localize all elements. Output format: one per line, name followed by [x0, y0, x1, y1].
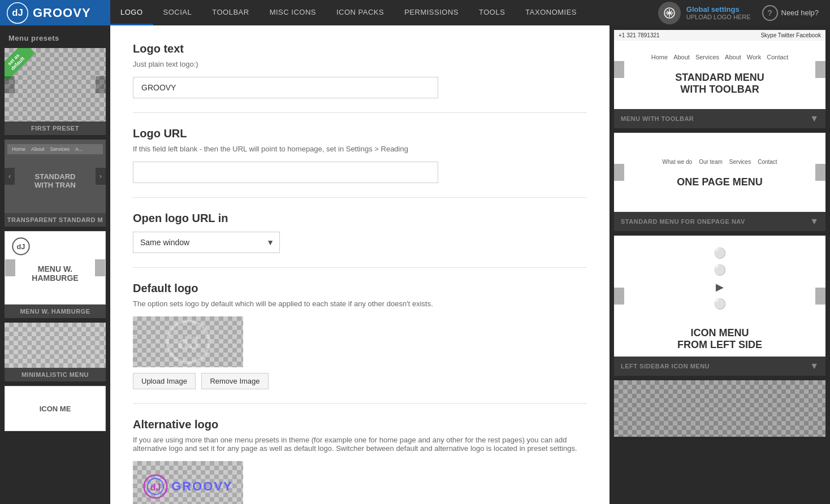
global-settings[interactable]: Global settings UPLOAD LOGO HERE	[658, 2, 751, 24]
onepage-nav-items: What we doOur teamServicesContact	[662, 151, 777, 165]
preset-thumb-minimalistic	[5, 323, 106, 368]
preset-card-minimalistic[interactable]: MINIMALISTIC MENU	[5, 323, 106, 381]
global-settings-text: Global settings UPLOAD LOGO HERE	[686, 5, 751, 20]
logo-text-section: Logo text Just plain text logo:)	[133, 42, 587, 98]
alt-logo-preview: dJ GROOVY	[133, 461, 243, 504]
open-logo-url-select-wrap: Same window New window ▼	[133, 232, 280, 253]
toolbar-menu-text: STANDARD MENUWITH TOOLBAR	[669, 60, 770, 101]
preset-label-first: FIRST PRESET	[5, 121, 106, 135]
logo-url-title: Logo URL	[133, 127, 587, 140]
default-logo-buttons: Upload Image Remove Image	[133, 373, 587, 389]
alt-logo-icon: dJ	[143, 474, 168, 499]
groovy-logo-preview: dJ GROOVY	[143, 474, 233, 499]
right-preset-thumb-icon-menu: ⚪ ⚪ ▶ ⚪ ICON MENUFROM LEFT SIDE ‹ ›	[614, 236, 825, 357]
divider-1	[133, 112, 587, 113]
divider-4	[133, 403, 587, 404]
logo-text-input[interactable]	[133, 77, 438, 98]
alt-logo-desc: If you are using more than one menu pres…	[133, 436, 587, 453]
onepage-arrow-right[interactable]: ›	[815, 164, 825, 181]
tab-logo[interactable]: LOGO	[110, 0, 153, 25]
alternative-logo-section: Alternative logo If you are using more t…	[133, 418, 587, 504]
right-preset-icon-menu-left[interactable]: ⚪ ⚪ ▶ ⚪ ICON MENUFROM LEFT SIDE ‹ › LEFT…	[614, 236, 825, 376]
preset-card-transparent[interactable]: Home About Services A... STANDARDWITH TR…	[5, 140, 106, 227]
preset-thumb-transparent: Home About Services A... STANDARDWITH TR…	[5, 140, 106, 213]
select-wrap-container: Same window New window ▼	[133, 232, 587, 253]
need-help[interactable]: ? Need help?	[762, 5, 819, 21]
tab-permissions[interactable]: PERMISSIONS	[394, 0, 469, 25]
site-logo: dJ GROOVY	[0, 0, 110, 25]
right-bottom-thumb	[614, 380, 825, 437]
logo-url-section: Logo URL If this field left blank - then…	[133, 127, 587, 183]
tab-social[interactable]: SOCIAL	[153, 0, 202, 25]
preset-card-first[interactable]: set asdefault ‹ › FIRST PRESET	[5, 48, 106, 135]
preset-label-minimalistic: MINIMALISTIC MENU	[5, 368, 106, 381]
logo-url-desc: If this field left blank - then the URL …	[133, 145, 587, 153]
tab-misc-icons[interactable]: MISC ICONS	[260, 0, 326, 25]
open-logo-url-select[interactable]: Same window New window	[133, 232, 280, 253]
settings-icon	[658, 2, 681, 24]
top-navigation: dJ GROOVY LOGO SOCIAL TOOLBAR MISC ICONS…	[0, 0, 830, 25]
icon-menu-text: ICON MENUFROM LEFT SIDE	[672, 316, 768, 357]
menu-presets-title: Menu presets	[0, 25, 110, 48]
preset-arrow-right[interactable]: ›	[96, 76, 106, 93]
logo-text-title: Logo text	[133, 42, 587, 55]
right-preset-menu-toolbar[interactable]: +1 321 7891321 Skype Twitter Facebook Ho…	[614, 30, 825, 128]
tab-taxonomies[interactable]: TAXONOMIES	[515, 0, 587, 25]
toolbar-expand-icon[interactable]: ▼	[810, 114, 819, 124]
main-content: Logo text Just plain text logo:) Logo UR…	[110, 25, 609, 504]
icon-menu-arrow-left[interactable]: ‹	[614, 288, 624, 305]
alt-logo-text: GROOVY	[171, 479, 233, 494]
right-preset-thumb-toolbar: +1 321 7891321 Skype Twitter Facebook Ho…	[614, 30, 825, 109]
open-logo-url-section: Open logo URL in Same window New window …	[133, 212, 587, 253]
icon-menu-arrow-right[interactable]: ›	[815, 288, 825, 305]
onepage-expand-icon[interactable]: ▼	[810, 216, 819, 227]
help-icon: ?	[762, 5, 778, 21]
toolbar-bar: +1 321 7891321 Skype Twitter Facebook	[614, 30, 825, 41]
site-name: GROOVY	[33, 6, 91, 20]
main-layout: Menu presets set asdefault ‹ › FIRST PRE…	[0, 25, 830, 504]
preset-card-icon-me[interactable]: ICON ME	[5, 386, 106, 431]
icon-menu-expand-icon[interactable]: ▼	[810, 361, 819, 371]
default-logo-preview: dJ	[133, 316, 243, 367]
groovy-logo-icon: dJ	[7, 2, 28, 24]
tab-icon-packs[interactable]: ICON PACKS	[326, 0, 394, 25]
preset-thumb-hamburger: dJ MENU W.HAMBURGE ‹ ›	[5, 231, 106, 305]
toolbar-nav-items: HomeAboutServicesAboutWorkContact	[651, 54, 788, 60]
preset-label-hamburger: MENU W. HAMBURGE	[5, 305, 106, 318]
hamburger-arrow-left[interactable]: ‹	[5, 259, 15, 276]
hamburger-arrow-right[interactable]: ›	[95, 259, 105, 276]
default-logo-img: dJ	[166, 319, 211, 364]
transparent-arrow-right[interactable]: ›	[96, 168, 106, 185]
upload-image-button[interactable]: Upload Image	[133, 373, 196, 389]
preset-thumb-first: set asdefault ‹ ›	[5, 48, 106, 121]
onepage-label-wrap: STANDARD MENU FOR ONEPAGE NAV ▼	[614, 212, 825, 231]
tab-toolbar[interactable]: TOOLBAR	[202, 0, 259, 25]
preset-arrow-left[interactable]: ‹	[5, 76, 15, 93]
logo-text-desc: Just plain text logo:)	[133, 60, 587, 68]
toolbar-arrow-right[interactable]: ›	[815, 61, 825, 78]
right-preset-bottom[interactable]	[614, 380, 825, 437]
icon-menu-item-3: ▶	[716, 281, 724, 293]
onepage-arrow-left[interactable]: ‹	[614, 164, 624, 181]
right-preset-thumb-onepage: What we doOur teamServicesContact ONE PA…	[614, 133, 825, 212]
icon-menu-label-wrap: LEFT SIDEBAR ICON MENU ▼	[614, 357, 825, 376]
logo-url-input[interactable]	[133, 162, 438, 183]
default-logo-desc: The option sets logo by default which wi…	[133, 299, 587, 308]
default-logo-section: Default logo The option sets logo by def…	[133, 282, 587, 389]
transparent-arrow-left[interactable]: ‹	[5, 168, 15, 185]
remove-image-button[interactable]: Remove Image	[201, 373, 268, 389]
icon-menu-label: LEFT SIDEBAR ICON MENU	[621, 363, 710, 370]
main-nav-tabs: LOGO SOCIAL TOOLBAR MISC ICONS ICON PACK…	[110, 0, 647, 25]
preset-card-hamburger[interactable]: dJ MENU W.HAMBURGE ‹ › MENU W. HAMBURGE	[5, 231, 106, 318]
toolbar-label-wrap: MENU WITH TOOLBAR ▼	[614, 109, 825, 128]
icon-menu-item-4: ⚪	[714, 298, 726, 310]
toolbar-label: MENU WITH TOOLBAR	[621, 115, 694, 122]
nav-right-area: Global settings UPLOAD LOGO HERE ? Need …	[647, 2, 830, 24]
right-sidebar: +1 321 7891321 Skype Twitter Facebook Ho…	[609, 25, 830, 504]
right-preset-one-page[interactable]: What we doOur teamServicesContact ONE PA…	[614, 133, 825, 231]
default-logo-title: Default logo	[133, 282, 587, 295]
tab-tools[interactable]: TOOLS	[469, 0, 515, 25]
divider-2	[133, 197, 587, 198]
icon-menu-icons: ⚪ ⚪ ▶ ⚪	[714, 236, 726, 316]
toolbar-arrow-left[interactable]: ‹	[614, 61, 624, 78]
